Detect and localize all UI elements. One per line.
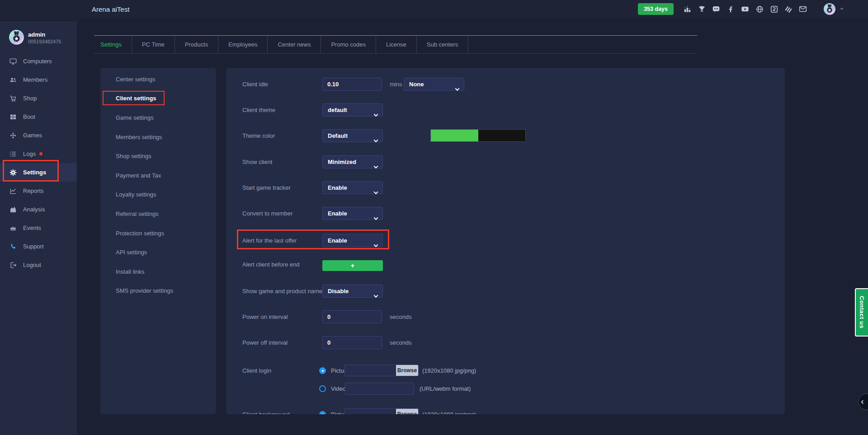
menu-item-sms-provider-settings[interactable]: SMS provider settings [100, 281, 216, 301]
icafecloud-icon[interactable] [769, 5, 778, 14]
convert-to-member-select[interactable]: Enable [322, 207, 383, 220]
theme-color-black [478, 130, 525, 141]
field-label: Show client [242, 155, 272, 168]
globe-icon[interactable] [755, 5, 764, 14]
field-suffix: seconds [390, 310, 411, 323]
collapse-chevron-button[interactable] [858, 393, 868, 410]
field-label: Alert client before end [242, 259, 299, 272]
field-label: Start game tracker [242, 181, 291, 194]
sidebar-item-members[interactable]: Members [0, 70, 77, 89]
browse-button[interactable]: Browse [396, 409, 418, 414]
start-game-tracker-select[interactable]: Enable [322, 181, 383, 194]
discord-icon[interactable] [712, 5, 721, 14]
sidebar-item-shop[interactable]: Shop [0, 89, 77, 108]
sidebar-item-label: Logout [23, 262, 41, 268]
youtube-icon[interactable] [741, 5, 750, 14]
sidebar-item-reports[interactable]: Reports [0, 182, 77, 200]
client-idle-input[interactable] [322, 78, 382, 91]
mail-icon[interactable] [798, 5, 807, 14]
tab-promo-codes[interactable]: Promo codes [321, 36, 376, 53]
field-label: Show game and product names [242, 285, 326, 298]
menu-item-shop-settings[interactable]: Shop settings [100, 146, 216, 166]
license-days-badge[interactable]: 353 days [638, 3, 674, 15]
chevron-down-icon [373, 290, 378, 302]
client-login-picture-file-input[interactable]: Browse [344, 365, 419, 376]
client-idle-action-select[interactable]: None [404, 78, 464, 91]
cart-icon [9, 94, 17, 103]
menu-item-center-settings[interactable]: Center settings [100, 70, 216, 89]
sidebar-item-label: Games [23, 132, 42, 139]
browse-button[interactable]: Browse [396, 365, 418, 376]
sidebar-item-support[interactable]: Support [0, 237, 77, 256]
sidebar-user-avatar[interactable] [9, 30, 24, 45]
chevron-down-icon [373, 135, 378, 147]
chevron-down-icon [373, 239, 378, 252]
form-row-power-off: Power off interval seconds [242, 336, 771, 349]
sidebar-item-settings[interactable]: Settings [0, 163, 77, 182]
field-label: Power on interval [242, 310, 288, 323]
menu-item-members-settings[interactable]: Members settings [100, 127, 216, 147]
menu-item-api-settings[interactable]: API settings [100, 243, 216, 262]
menu-item-install-links[interactable]: Install links [100, 262, 216, 281]
add-alert-button[interactable]: + [322, 260, 383, 271]
trophy-icon[interactable] [697, 5, 706, 14]
form-row-start-game-tracker: Start game tracker Enable [242, 181, 771, 194]
field-label: Client idle [242, 78, 268, 91]
menu-item-loyalty-settings[interactable]: Loyalty settings [100, 185, 216, 205]
menu-item-protection-settings[interactable]: Protection settings [100, 224, 216, 243]
sidebar-item-logs[interactable]: Logs [0, 145, 77, 163]
chevron-down-icon[interactable] [839, 5, 844, 13]
sidebar-item-label: Boot [23, 113, 35, 120]
tab-employees[interactable]: Employees [218, 36, 268, 53]
tab-pc-time[interactable]: PC Time [132, 36, 175, 53]
leaderboard-icon[interactable] [683, 5, 692, 14]
user-avatar[interactable] [824, 3, 835, 15]
tab-center-news[interactable]: Center news [268, 36, 321, 53]
tab-settings[interactable]: Settings [94, 36, 132, 53]
menu-item-referral-settings[interactable]: Referral settings [100, 204, 216, 224]
tab-sub-centers[interactable]: Sub centers [417, 36, 468, 53]
sidebar-item-label: Events [23, 225, 41, 231]
menu-item-payment-and-tax[interactable]: Payment and Tax [100, 166, 216, 185]
sidebar-item-analysis[interactable]: Analysis [0, 200, 77, 219]
sidebar-item-logout[interactable]: Logout [0, 256, 77, 274]
gamepad-icon [9, 131, 17, 140]
theme-color-preview[interactable] [430, 129, 526, 142]
client-background-file-input[interactable]: Browse [344, 408, 419, 414]
settings-menu-panel: Center settings Client settings Game set… [100, 68, 216, 414]
chevron-down-icon [373, 109, 378, 121]
power-off-interval-input[interactable] [322, 336, 382, 349]
menu-item-game-settings[interactable]: Game settings [100, 108, 216, 127]
sidebar-item-games[interactable]: Games [0, 126, 77, 145]
client-login-picture-radio[interactable] [319, 367, 326, 374]
form-row-client-theme: Client theme default [242, 103, 771, 117]
form-row-client-login-video: Video (URL/webm format) [242, 382, 771, 395]
sidebar-item-label: Computers [23, 58, 52, 65]
show-client-select[interactable]: Minimized [322, 155, 383, 168]
client-settings-form: Client idle mins None Client theme defau… [226, 68, 785, 414]
client-login-video-url-input[interactable] [345, 383, 414, 395]
sidebar-item-events[interactable]: Events [0, 219, 77, 237]
menu-item-client-settings[interactable]: Client settings [100, 89, 216, 108]
sidebar-item-boot[interactable]: Boot [0, 108, 77, 126]
client-login-video-radio[interactable] [319, 385, 326, 392]
tab-products[interactable]: Products [175, 36, 218, 53]
list-icon [9, 150, 17, 158]
sidebar: admin 005193482475 Computers Members Sho… [0, 22, 77, 435]
chevron-down-icon [373, 212, 378, 225]
picture-format-hint: (1920x1080 jpg/png) [422, 408, 476, 414]
facebook-icon[interactable] [726, 5, 735, 14]
field-label: Client theme [242, 103, 275, 117]
tab-license[interactable]: License [376, 36, 417, 53]
alert-last-offer-select[interactable]: Enable [322, 234, 383, 247]
topbar-actions: 353 days [638, 0, 844, 18]
power-on-interval-input[interactable] [322, 310, 382, 323]
show-names-select[interactable]: Disable [322, 285, 383, 298]
contact-us-tab[interactable]: Contact us [855, 288, 868, 337]
client-theme-select[interactable]: default [322, 103, 383, 117]
sidebar-item-computers[interactable]: Computers [0, 52, 77, 70]
layers-icon[interactable] [784, 5, 793, 14]
chevron-down-icon [455, 83, 460, 95]
theme-color-select[interactable]: Default [322, 129, 383, 142]
client-background-picture-radio[interactable] [319, 411, 326, 414]
